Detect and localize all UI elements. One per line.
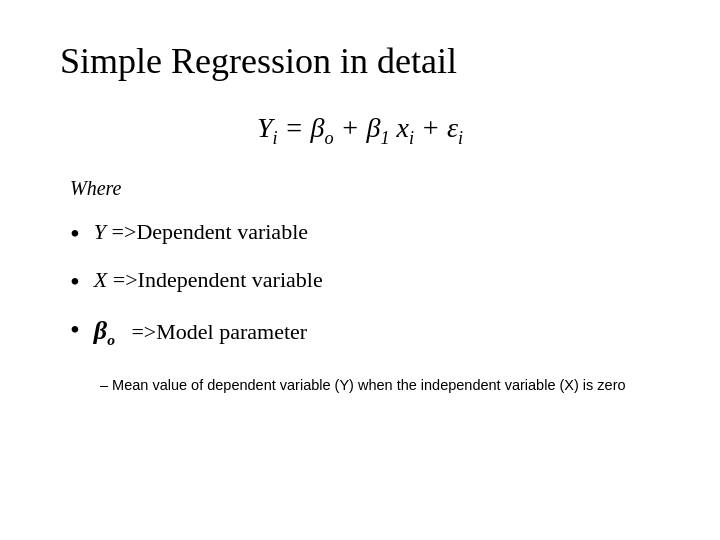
bullet-dot-beta: • <box>70 316 80 344</box>
bullet-dot-x: • <box>70 268 80 296</box>
where-label: Where <box>70 177 660 200</box>
equation-container: Yi = βo + β1 xi + εi <box>60 112 660 149</box>
bullet-text-x: X =>Independent variable <box>94 266 323 295</box>
sub-bullet-container: – Mean value of dependent variable (Y) w… <box>100 374 626 397</box>
bullet-list: • Y =>Dependent variable • X =>Independe… <box>70 218 660 397</box>
slide-title: Simple Regression in detail <box>60 40 660 82</box>
bullet-dot-y: • <box>70 220 80 248</box>
beta-symbol: βo <box>94 316 115 345</box>
bullet-item-beta: • βo =>Model parameter – Mean value of d… <box>70 314 660 397</box>
bullet-item-y: • Y =>Dependent variable <box>70 218 660 248</box>
bullet-text-y: Y =>Dependent variable <box>94 218 308 247</box>
bullet-text-beta: βo =>Model parameter <box>94 314 307 350</box>
bullet-item-x: • X =>Independent variable <box>70 266 660 296</box>
sub-bullet-text: – Mean value of dependent variable (Y) w… <box>100 377 626 393</box>
slide: Simple Regression in detail Yi = βo + β1… <box>0 0 720 540</box>
equation: Yi = βo + β1 xi + εi <box>257 112 463 143</box>
